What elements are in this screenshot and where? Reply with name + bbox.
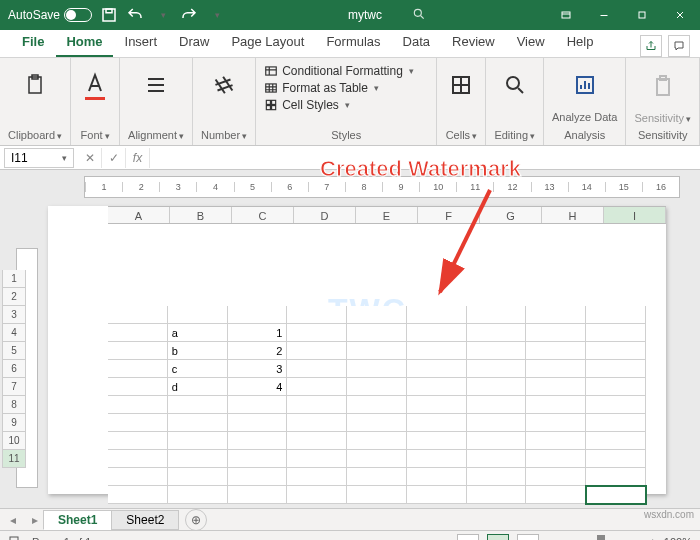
svg-line-17 [440,190,490,292]
svg-rect-4 [639,12,645,18]
toggle-switch-icon [64,8,92,22]
name-box[interactable]: I11▾ [4,148,74,168]
svg-point-2 [414,9,421,16]
tab-help[interactable]: Help [557,28,604,57]
col-header-i[interactable]: I [604,207,666,223]
record-macro-icon[interactable] [8,535,20,541]
cell-c2[interactable]: 1 [228,324,288,342]
analysis-label: Analysis [564,127,605,143]
number-button[interactable] [208,62,240,108]
qat-customize-icon[interactable]: ▾ [208,6,226,24]
row-header-9[interactable]: 9 [2,414,26,432]
svg-rect-8 [266,84,277,92]
sheet-nav-prev-icon[interactable]: ◂ [4,511,22,529]
svg-rect-10 [272,100,276,104]
tab-home[interactable]: Home [56,28,112,57]
maximize-icon[interactable] [624,0,660,30]
view-page-break-icon[interactable] [517,534,539,541]
number-label: Number▾ [201,127,247,143]
close-icon[interactable] [662,0,698,30]
row-headers: 1 2 3 4 5 6 7 8 9 10 11 [2,270,26,468]
sensitivity-button [647,62,679,108]
view-normal-icon[interactable] [457,534,479,541]
cell-c3[interactable]: 2 [228,342,288,360]
tab-formulas[interactable]: Formulas [316,28,390,57]
undo-dropdown-icon[interactable]: ▾ [154,6,172,24]
alignment-button[interactable] [140,62,172,108]
svg-point-14 [507,77,519,89]
tab-page-layout[interactable]: Page Layout [221,28,314,57]
sheet-tab-1[interactable]: Sheet1 [43,510,112,530]
row-header-10[interactable]: 10 [2,432,26,450]
row-header-3[interactable]: 3 [2,306,26,324]
cell-b4[interactable]: c [168,360,228,378]
editing-button[interactable] [499,62,531,108]
cell-styles-button[interactable]: Cell Styles▾ [264,98,350,112]
titlebar: AutoSave ▾ ▾ mytwc [0,0,700,30]
autosave-toggle[interactable]: AutoSave [8,8,92,22]
cell-c4[interactable]: 3 [228,360,288,378]
svg-rect-9 [266,100,270,104]
row-header-7[interactable]: 7 [2,378,26,396]
sheet-nav-next-icon[interactable]: ▸ [26,511,44,529]
col-header-c[interactable]: C [232,207,294,223]
redo-icon[interactable] [180,6,198,24]
tab-file[interactable]: File [12,28,54,57]
format-as-table-button[interactable]: Format as Table▾ [264,81,379,95]
fx-icon[interactable]: fx [126,148,150,168]
font-button[interactable] [79,62,111,108]
tab-data[interactable]: Data [393,28,440,57]
paste-button[interactable] [19,62,51,108]
cancel-formula-icon[interactable]: ✕ [78,148,102,168]
group-analysis: Analyze Data Analysis [544,58,626,145]
cell-c5[interactable]: 4 [228,378,288,396]
cell-b3[interactable]: b [168,342,228,360]
zoom-out-icon[interactable]: − [547,536,553,541]
search-icon[interactable] [412,7,426,24]
col-header-a[interactable]: A [108,207,170,223]
page-indicator: Page: 1 of 1 [32,536,91,541]
row-header-6[interactable]: 6 [2,360,26,378]
add-sheet-icon[interactable]: ⊕ [185,509,207,531]
tab-draw[interactable]: Draw [169,28,219,57]
tab-review[interactable]: Review [442,28,505,57]
cell-i11-selected[interactable] [586,486,646,504]
row-header-4[interactable]: 4 [2,324,26,342]
row-header-11[interactable]: 11 [2,450,26,468]
share-button[interactable] [640,35,662,57]
row-header-2[interactable]: 2 [2,288,26,306]
sheet-tab-2[interactable]: Sheet2 [111,510,179,530]
svg-rect-3 [562,12,570,18]
tab-insert[interactable]: Insert [115,28,168,57]
col-header-b[interactable]: B [170,207,232,223]
enter-formula-icon[interactable]: ✓ [102,148,126,168]
analyze-data-button[interactable] [569,62,601,108]
cell-b2[interactable]: a [168,324,228,342]
zoom-level[interactable]: 100% [664,536,692,541]
status-bar: Page: 1 of 1 − + 100% [0,530,700,540]
row-header-8[interactable]: 8 [2,396,26,414]
undo-icon[interactable] [126,6,144,24]
row-header-5[interactable]: 5 [2,342,26,360]
group-number: Number▾ [193,58,256,145]
cells-button[interactable] [445,62,477,108]
view-page-layout-icon[interactable] [487,534,509,541]
grid[interactable]: a1 b2 c3 d4 [108,306,646,504]
annotation-callout: Created Watermark [320,156,521,182]
sensitivity-grp-label: Sensitivity [638,127,688,143]
svg-rect-7 [266,67,277,75]
svg-rect-12 [272,106,276,110]
zoom-in-icon[interactable]: + [649,536,655,541]
group-sensitivity: Sensitivity▾ Sensitivity [626,58,700,145]
conditional-formatting-button[interactable]: Conditional Formatting▾ [264,64,414,78]
save-icon[interactable] [100,6,118,24]
attribution: wsxdn.com [644,509,694,520]
svg-rect-18 [10,537,18,541]
cell-b5[interactable]: d [168,378,228,396]
col-header-h[interactable]: H [542,207,604,223]
minimize-icon[interactable] [586,0,622,30]
comments-button[interactable] [668,35,690,57]
row-header-1[interactable]: 1 [2,270,26,288]
tab-view[interactable]: View [507,28,555,57]
ribbon-display-icon[interactable] [548,0,584,30]
